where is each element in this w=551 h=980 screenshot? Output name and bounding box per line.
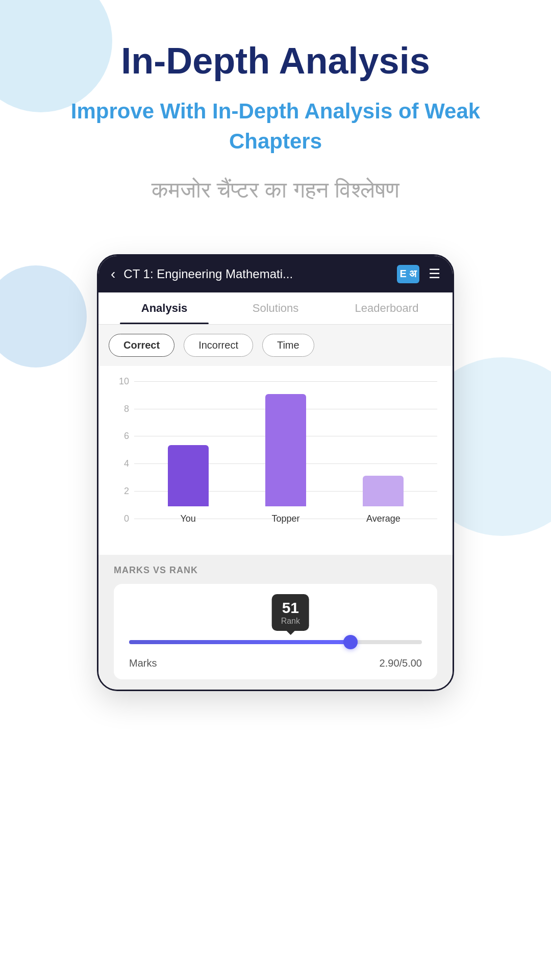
marks-row: Marks 2.90/5.00 [129, 657, 422, 669]
back-button[interactable]: ‹ [111, 266, 115, 282]
slider-area [129, 635, 422, 649]
rank-tooltip: 51 Rank [272, 594, 309, 631]
phone-mockup: ‹ CT 1: Engineering Mathemati... E अ ☰ A… [97, 254, 454, 691]
marks-label: Marks [129, 657, 157, 669]
book-icon[interactable]: E अ [397, 265, 419, 283]
filter-chips: Correct Incorrect Time [98, 325, 453, 366]
bar-average [363, 476, 404, 506]
bar-topper [265, 394, 306, 506]
topbar-icons: E अ ☰ [397, 265, 440, 283]
bar-label-average: Average [366, 513, 400, 524]
marks-rank-card: 51 Rank Marks 2.90/5.00 [114, 584, 437, 679]
bar-label-topper: Topper [271, 513, 299, 524]
hindi-subtitle: कमजोर चैंप्टर का गहन विश्लेषण [31, 177, 520, 203]
chart-area: 10 8 6 4 2 [98, 366, 453, 555]
header-section: In-Depth Analysis Improve With In-Depth … [0, 0, 551, 224]
chip-time[interactable]: Time [262, 334, 314, 357]
rank-label: Rank [281, 617, 300, 625]
page-title: In-Depth Analysis [31, 41, 520, 81]
bar-you [168, 445, 209, 506]
tab-solutions[interactable]: Solutions [220, 292, 331, 324]
marks-vs-rank-section: MARKS VS RANK 51 Rank Marks 2.90/5.00 [98, 555, 453, 690]
bg-circle-middle-left [0, 265, 87, 368]
phone-container: ‹ CT 1: Engineering Mathemati... E अ ☰ A… [97, 254, 454, 691]
slider-thumb[interactable] [343, 635, 358, 649]
chip-incorrect[interactable]: Incorrect [184, 334, 253, 357]
tabs-bar: Analysis Solutions Leaderboard [98, 292, 453, 325]
bar-group-average: Average [363, 476, 404, 524]
menu-icon[interactable]: ☰ [429, 266, 440, 282]
bar-group-topper: Topper [265, 394, 306, 524]
marks-value: 2.90/5.00 [380, 657, 422, 669]
subtitle: Improve With In-Depth Analysis of Weak C… [31, 96, 520, 157]
chip-correct[interactable]: Correct [109, 334, 174, 357]
slider-fill [129, 640, 358, 644]
slider-track[interactable] [129, 640, 422, 644]
topbar-title: CT 1: Engineering Mathemati... [123, 267, 389, 281]
topbar: ‹ CT 1: Engineering Mathemati... E अ ☰ [98, 256, 453, 292]
bar-group-you: You [168, 445, 209, 524]
bar-label-you: You [180, 513, 195, 524]
rank-number: 51 [281, 599, 300, 617]
tab-leaderboard[interactable]: Leaderboard [331, 292, 442, 324]
tab-analysis[interactable]: Analysis [109, 292, 220, 324]
marks-rank-title: MARKS VS RANK [114, 565, 437, 576]
